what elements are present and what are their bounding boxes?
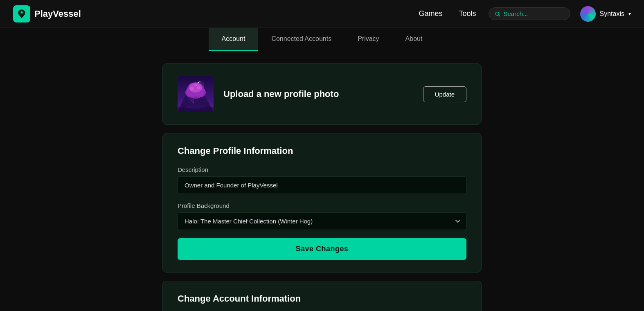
update-photo-button[interactable]: Update: [423, 86, 466, 102]
logo-area[interactable]: PlayVessel: [13, 5, 81, 23]
tab-privacy[interactable]: Privacy: [345, 28, 392, 51]
profile-photo-svg: [178, 76, 214, 112]
avatar-inner: [580, 6, 596, 22]
photo-upload-card: Upload a new profile photo Update: [162, 63, 482, 125]
avatar: [580, 6, 596, 22]
search-icon: [495, 11, 500, 17]
tab-account[interactable]: Account: [209, 28, 259, 51]
background-select[interactable]: Halo: The Master Chief Collection (Winte…: [178, 212, 466, 230]
save-changes-button[interactable]: Save Changes: [178, 238, 466, 260]
photo-upload-title: Upload a new profile photo: [223, 89, 413, 99]
tab-connected-accounts[interactable]: Connected Accounts: [258, 28, 345, 51]
account-info-title: Change Account Information: [178, 293, 466, 304]
svg-point-12: [197, 86, 200, 89]
profile-info-card: Change Profile Information Description P…: [162, 133, 482, 273]
svg-point-13: [194, 84, 197, 86]
svg-rect-6: [194, 97, 197, 106]
description-input[interactable]: [178, 176, 466, 194]
logo-icon: [13, 5, 30, 23]
description-group: Description: [178, 166, 466, 194]
logo-svg: [16, 9, 27, 19]
background-group: Profile Background Halo: The Master Chie…: [178, 202, 466, 230]
tabs-container: Account Connected Accounts Privacy About: [0, 28, 644, 51]
svg-point-11: [190, 86, 194, 90]
tabs: Account Connected Accounts Privacy About: [209, 28, 436, 51]
profile-photo: [178, 76, 214, 112]
account-info-card: Change Account Information Username Emai…: [162, 281, 482, 311]
background-label: Profile Background: [178, 202, 466, 209]
brand-name: PlayVessel: [34, 9, 81, 19]
user-menu[interactable]: Syntaxis ▾: [580, 6, 631, 22]
profile-info-title: Change Profile Information: [178, 146, 466, 156]
nav-games[interactable]: Games: [419, 9, 442, 18]
main-content: Upload a new profile photo Update Change…: [162, 51, 482, 311]
svg-line-1: [498, 15, 500, 16]
description-label: Description: [178, 166, 466, 173]
main-nav: Games Tools: [419, 9, 476, 18]
chevron-down-icon: ▾: [628, 11, 631, 17]
nav-tools[interactable]: Tools: [459, 9, 476, 18]
search-input[interactable]: [503, 10, 564, 17]
tab-about[interactable]: About: [392, 28, 436, 51]
profile-photo-inner: [178, 76, 214, 112]
user-name: Syntaxis: [600, 10, 624, 18]
search-bar[interactable]: [489, 7, 570, 20]
svg-point-15: [185, 106, 206, 109]
